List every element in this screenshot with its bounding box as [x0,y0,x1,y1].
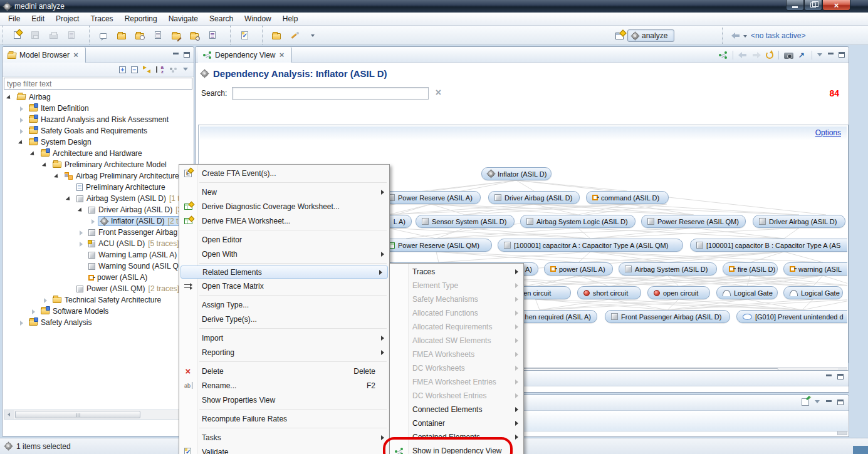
graph-node-fire-asil-d[interactable]: fire (ASIL D) [723,262,778,276]
tree-item-preliminary-architecture[interactable]: Preliminary Architecture [3,182,194,193]
close-icon[interactable] [73,52,79,58]
menubar-item-navigate[interactable]: Navigate [163,13,204,24]
menubar-item-window[interactable]: Window [239,13,277,24]
graph-node-airbag-system-logic-asil-d[interactable]: Airbag System Logic (ASIL D) [520,215,635,228]
menu-item-related-elements[interactable]: Related Elements [180,266,388,279]
twistie-icon[interactable] [54,173,61,180]
menu-item-rename[interactable]: Rename...F2 [179,378,389,393]
twistie-icon[interactable] [42,297,49,304]
maximize-icon[interactable] [184,52,190,58]
toolbar-button[interactable] [97,29,110,41]
forward-arrow-icon[interactable] [752,52,761,58]
menu-item-container[interactable]: Container [390,416,523,430]
graph-node-100001-capacitor-a-capacitor-type-a-asil-qm[interactable]: [100001] capacitor A : Capacitor Type A … [498,239,683,252]
open-perspective-icon[interactable] [615,33,624,39]
view-menu-icon[interactable] [183,68,189,71]
minimize-icon[interactable] [828,52,834,58]
menu-item-tasks[interactable]: Tasks [179,430,389,445]
toolbar-button[interactable] [270,29,283,41]
graph-node-power-reserve-asil-a[interactable]: Power Reserve (ASIL A) [382,191,481,204]
tree-item-airbag-system-asil-d[interactable]: Airbag System (ASIL D)[1 t [3,193,194,204]
graph-node-100001-capacitor-b-capacitor-type-a-as[interactable]: [100001] capacitor B : Capacitor Type A … [690,239,847,252]
graph-node-short-circuit[interactable]: short circuit [577,286,641,299]
tree-item-warning-sound-asil-q[interactable]: Warning Sound (ASIL Q [3,261,194,272]
menubar-item-reporting[interactable]: Reporting [119,13,163,24]
toolbar-button[interactable] [170,29,182,41]
link-editor-icon[interactable] [143,66,150,73]
export-icon[interactable] [798,51,807,59]
tree-item-power-asil-a[interactable]: power (ASIL A) [3,272,194,283]
toolbar-button[interactable] [238,29,251,41]
menu-item-open-trace-matrix[interactable]: Open Trace Matrix [179,279,389,293]
menu-item-reporting[interactable]: Reporting [179,345,389,359]
pin-icon[interactable] [802,398,809,406]
graph-node-sensor-system-asil-d[interactable]: Sensor System (ASIL D) [416,215,515,228]
graph-node-command-asil-d[interactable]: command (ASIL D) [586,191,669,204]
toolbar-button[interactable] [133,29,146,41]
graph-node-driver-airbag-asil-d[interactable]: Driver Airbag (ASIL D) [753,215,845,228]
twistie-icon[interactable] [18,139,25,146]
menubar-item-traces[interactable]: Traces [85,13,118,24]
toolbar-button[interactable] [188,29,201,41]
tree-item-driver-airbag-asil-d[interactable]: Driver Airbag (ASIL D)[3 [3,204,194,215]
twistie-icon[interactable] [18,116,25,123]
clear-search-icon[interactable] [434,89,442,98]
dropdown-arrow-icon[interactable] [743,34,748,38]
tree-horizontal-scrollbar[interactable] [4,410,192,420]
twistie-icon[interactable] [30,150,37,157]
menubar-item-project[interactable]: Project [50,13,85,24]
camera-icon[interactable] [784,53,793,59]
maximize-icon[interactable] [837,400,844,405]
twistie-icon[interactable] [42,162,49,168]
tree-item-item-definition[interactable]: Item Definition [3,103,194,114]
tree-item-airbag[interactable]: Airbag [3,91,194,103]
menu-item-assign-type[interactable]: Assign Type... [179,297,389,312]
graph-node-open-circuit[interactable]: open circuit [647,286,710,299]
tab-dependency-view[interactable]: Dependency View [198,47,292,63]
graph-node-g010-prevent-unintended-d[interactable]: [G010] Prevent unintended d [736,310,847,323]
graph-node-warning-asil[interactable]: warning (ASIL [783,262,847,276]
scroll-thumb[interactable] [15,411,140,418]
graph-node-front-passenger-airbag-asil-d[interactable]: Front Passenger Airbag (ASIL D) [605,310,730,323]
twistie-icon[interactable] [6,94,13,101]
menu-item-new[interactable]: New [179,185,389,199]
toolbar-button[interactable] [206,29,219,41]
minimize-icon[interactable] [826,374,832,379]
close-window-button[interactable]: × [822,0,850,11]
toolbar-button[interactable] [47,29,60,41]
twistie-icon[interactable] [78,229,85,236]
tree-item-acu-asil-d[interactable]: ACU (ASIL D)[5 traces] [3,238,194,249]
menu-item-derive-diagnostic-coverage-worksheet[interactable]: Derive Diagnostic Coverage Worksheet... [179,199,389,214]
graph-node-logical-gate[interactable]: Logical Gate [783,286,843,299]
twistie-icon[interactable] [18,319,25,326]
minimize-window-button[interactable] [786,0,804,11]
scroll-left-arrow[interactable] [4,410,14,419]
close-icon[interactable] [279,52,285,58]
view-menu-icon[interactable] [817,53,823,57]
refresh-icon[interactable] [766,51,773,59]
toolbar-button[interactable] [288,29,301,41]
twistie-icon[interactable] [18,128,25,135]
graph-node-airbag-system-asil-d[interactable]: Airbag System (ASIL D) [619,262,717,276]
toolbar-button[interactable] [11,29,23,41]
tree-item-front-passenger-airbag[interactable]: Front Passenger Airbag [3,227,194,238]
graph-node-power-reserve-asil-qm[interactable]: Power Reserve (ASIL QM) [641,215,746,228]
dependency-view-icon[interactable] [719,51,728,58]
tree-item-hazard-analysis-and-risk-assessment[interactable]: Hazard Analysis and Risk Assessment [3,114,194,125]
options-link[interactable]: Options [815,128,841,137]
twistie-icon[interactable] [78,207,85,214]
tree-item-airbag-preliminary-architecture[interactable]: Airbag Preliminary Architecture [3,170,194,182]
menu-item-show-properties-view[interactable]: Show Properties View [179,393,389,407]
menu-item-delete[interactable]: DeleteDelete [179,364,389,378]
menu-item-derive-fmea-worksheet[interactable]: Derive FMEA Worksheet... [179,214,389,228]
menu-item-derive-type-s[interactable]: Derive Type(s)... [179,312,389,326]
menubar-item-help[interactable]: Help [277,13,304,24]
view-menu-icon[interactable] [815,400,820,404]
graph-node-inflator-asil-d[interactable]: Inflator (ASIL D) [481,167,552,180]
toolbar-button[interactable] [29,29,41,41]
maximize-icon[interactable] [839,52,845,58]
tree-item-safety-goals-and-requirements[interactable]: Safety Goals and Requirements [3,125,194,137]
menu-item-create-fta-event-s[interactable]: Create FTA Event(s)... [179,166,389,180]
back-arrow-icon[interactable] [738,52,747,58]
tree-item-software-models[interactable]: Software Models [3,306,194,317]
